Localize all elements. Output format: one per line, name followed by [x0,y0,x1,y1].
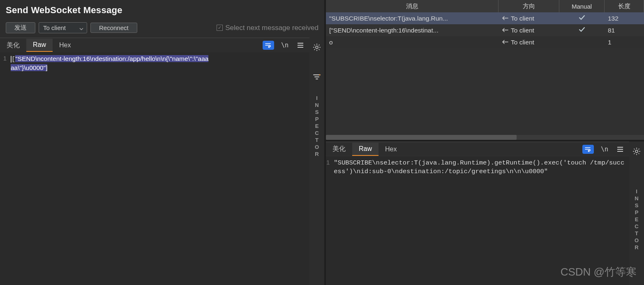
right-panel: 消息 方向 Manual 长度 "SUBSCRIBE\nselector:T(j… [326,0,644,285]
line-number: 1 [0,55,7,62]
panel-header: Send WebSocket Message [0,0,324,19]
reconnect-button[interactable]: Reconnect [90,23,137,33]
filter-icon[interactable] [312,72,322,82]
messages-table: 消息 方向 Manual 长度 "SUBSCRIBE\nselector:T(j… [326,0,644,141]
horizontal-scrollbar[interactable] [326,135,644,140]
code-text[interactable]: ["SEND\ncontent-length:16\ndestination:/… [9,52,211,285]
th-length[interactable]: 长度 [605,0,644,12]
newline-icon[interactable]: \n [280,40,290,50]
controls-row: 发送 To client Reconnect ✓ Select next mes… [0,19,324,37]
page-title: Send WebSocket Message [6,5,319,16]
newline-icon[interactable]: \n [600,144,609,154]
arrow-left-icon [502,39,508,46]
svg-point-2 [635,150,638,153]
wrap-icon[interactable] [263,41,274,50]
cell-dir-text: To client [511,15,534,22]
view-tabs-detail: 美化 Raw Hex \n [326,141,629,156]
table-body[interactable]: "SUBSCRIBE\nselector:T(java.lang.Run... … [326,12,644,135]
table-row[interactable]: "SUBSCRIBE\nselector:T(java.lang.Run... … [326,12,644,24]
cell-dir-text: To client [511,27,534,34]
side-rail-detail: INSPECTOR [629,141,644,285]
table-row[interactable]: ["SEND\ncontent-length:16\ndestinat... T… [326,24,644,36]
svg-point-1 [319,74,321,76]
line-number: 1 [326,159,330,166]
tab-hex[interactable]: Hex [379,143,403,155]
cell-len: 1 [605,39,644,46]
code-selection-1: "SEND\ncontent-length:16\ndestination:/a… [15,55,208,62]
cell-dir: To client [499,15,559,22]
table-header-row: 消息 方向 Manual 长度 [326,0,644,12]
cell-len: 81 [605,27,644,34]
direction-select[interactable]: To client [39,22,87,33]
hamburger-icon[interactable] [295,40,305,50]
hamburger-icon[interactable] [615,144,625,154]
select-next-checkbox[interactable]: ✓ Select next message received [217,24,319,32]
tab-raw[interactable]: Raw [352,143,379,156]
left-panel: Send WebSocket Message 发送 To client Reco… [0,0,326,285]
inspector-label[interactable]: INSPECTOR [314,95,320,158]
scrollbar-thumb[interactable] [326,135,517,140]
editor-detail[interactable]: 1 "SUBSCRIBE\nselector:T(java.lang.Runti… [326,156,629,285]
cell-dir: To client [499,27,559,34]
chevron-down-icon [79,24,83,31]
cell-msg: ["SEND\ncontent-length:16\ndestinat... [326,27,499,34]
check-icon [579,27,585,34]
cell-msg: o [326,39,499,46]
direction-select-value: To client [43,24,66,31]
gutter: 1 [0,52,9,285]
gutter: 1 [326,156,332,285]
cell-dir: To client [499,39,559,46]
code-text[interactable]: "SUBSCRIBE\nselector:T(java.lang.Runtime… [332,156,629,285]
inspector-label[interactable]: INSPECTOR [634,188,640,251]
th-manual[interactable]: Manual [559,0,605,12]
arrow-left-icon [502,27,508,34]
checkbox-label: Select next message received [225,24,319,32]
svg-point-0 [316,46,318,49]
cell-manual [559,27,605,34]
side-rail-left: INSPECTOR [309,37,324,285]
gear-icon[interactable] [312,42,322,52]
tab-pretty[interactable]: 美化 [326,142,352,156]
cell-len: 132 [605,15,644,22]
th-message[interactable]: 消息 [326,0,499,12]
checkbox-icon: ✓ [217,25,223,31]
editor-left[interactable]: 1 ["SEND\ncontent-length:16\ndestination… [0,52,309,285]
wrap-icon[interactable] [582,145,594,154]
code-selection-2: aa\"}\u0000"] [11,64,47,71]
tab-raw[interactable]: Raw [26,39,53,52]
send-button[interactable]: 发送 [6,22,35,33]
table-row[interactable]: o To client 1 [326,36,644,48]
gear-icon[interactable] [632,146,642,156]
arrow-left-icon [502,15,508,22]
th-direction[interactable]: 方向 [499,0,559,12]
tab-hex[interactable]: Hex [53,39,77,51]
tab-pretty[interactable]: 美化 [0,39,26,52]
view-tabs-left: 美化 Raw Hex \n [0,37,309,52]
cell-msg: "SUBSCRIBE\nselector:T(java.lang.Run... [326,15,499,22]
cell-dir-text: To client [511,39,534,46]
cell-manual [559,15,605,22]
check-icon [579,15,585,22]
message-detail: 美化 Raw Hex \n [326,141,644,285]
